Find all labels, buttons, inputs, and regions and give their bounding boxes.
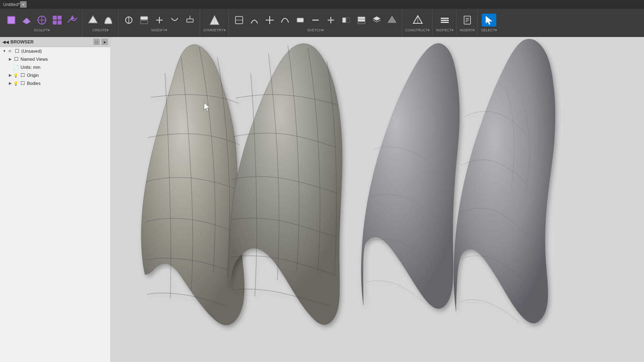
root-eye-icon[interactable]: 👁 <box>7 48 13 54</box>
modify-btn4[interactable] <box>167 14 182 27</box>
modify-label[interactable]: MODIFY▾ <box>151 28 167 32</box>
svg-rect-9 <box>58 21 62 25</box>
create-icon1 <box>87 14 99 26</box>
sketch-btn9[interactable] <box>354 14 369 27</box>
browser-expand-btn[interactable]: □ <box>93 39 100 45</box>
construct-btn[interactable] <box>411 14 425 27</box>
browser-title: BROWSER <box>10 39 33 44</box>
insert-icon <box>462 14 473 26</box>
sketch-arc-icon <box>249 14 260 26</box>
select-label[interactable]: SELECT▾ <box>481 28 497 32</box>
inspect-icon <box>439 14 450 26</box>
sketch-btn4[interactable] <box>278 14 292 27</box>
sketch-btn5[interactable] <box>293 14 308 27</box>
title-text: Untitled* <box>3 2 20 7</box>
insert-btn[interactable] <box>460 14 475 27</box>
svg-rect-35 <box>347 18 350 23</box>
root-expand-arrow[interactable]: ▼ <box>2 48 7 54</box>
svg-rect-1 <box>8 17 14 23</box>
sketch-plus-icon <box>325 14 336 26</box>
sketch-shape-icon <box>386 14 398 26</box>
browser-collapse-icon[interactable]: ◀◀ <box>2 40 9 44</box>
sculpt-box-icon <box>6 14 17 26</box>
sketch-minus-icon <box>310 14 321 26</box>
insert-label[interactable]: INSERT▾ <box>460 28 475 32</box>
units-label: Units: mm <box>21 65 41 70</box>
sketch-label[interactable]: SKETCH▾ <box>307 28 324 32</box>
svg-point-33 <box>330 19 332 21</box>
modify-icon5 <box>184 14 196 26</box>
origin-eye-icon[interactable]: 💡 <box>13 72 19 78</box>
toolbar: SCULPT▾ CREATE▾ <box>0 9 644 37</box>
symmetry-group: SYMMETRY▾ <box>201 10 229 36</box>
bodies-expand[interactable]: ▶ <box>7 80 13 86</box>
units-doc-icon: 📄 <box>13 64 19 70</box>
create-label[interactable]: CREATE▾ <box>93 28 109 32</box>
sketch-btn11[interactable] <box>385 14 399 27</box>
modify-btn1[interactable] <box>122 14 136 27</box>
sculpt-wave-icon <box>67 14 78 26</box>
sketch-group: SKETCH▾ <box>229 10 402 36</box>
root-folder-icon: ☐ <box>14 48 20 54</box>
symmetry-label[interactable]: SYMMETRY▾ <box>203 28 226 32</box>
close-button[interactable]: × <box>20 1 27 8</box>
sculpt-box-button[interactable] <box>4 14 19 27</box>
select-btn[interactable] <box>482 14 496 27</box>
units-item[interactable]: ▶ 📄 Units: mm <box>0 63 110 71</box>
modify-btn5[interactable] <box>183 14 197 27</box>
origin-item[interactable]: ▶ 💡 ☐ Origin <box>0 71 110 79</box>
sketch-btn6[interactable] <box>308 14 323 27</box>
viewport[interactable] <box>111 37 644 362</box>
inspect-label[interactable]: INSPECT▾ <box>436 28 454 32</box>
symmetry-icon <box>209 14 220 26</box>
create-btn1[interactable] <box>86 14 100 27</box>
symmetry-btn[interactable] <box>207 14 222 27</box>
svg-marker-2 <box>23 18 31 24</box>
sculpt-edit-icon <box>36 14 47 26</box>
sculpt-plane-button[interactable] <box>19 14 34 27</box>
browser-settings-btn[interactable]: ▸ <box>101 39 108 45</box>
svg-rect-45 <box>441 20 449 21</box>
close-icon: × <box>22 2 25 7</box>
create-btn2[interactable] <box>101 14 116 27</box>
browser-panel: ◀◀ BROWSER □ ▸ ▼ 👁 ☐ (Unsaved) ▶ ☐ Named… <box>0 37 111 362</box>
modify-btn2[interactable] <box>137 14 151 27</box>
svg-rect-8 <box>53 21 57 25</box>
svg-rect-44 <box>441 18 449 19</box>
svg-point-29 <box>313 19 315 21</box>
insert-group: INSERT▾ <box>457 10 478 36</box>
svg-marker-40 <box>388 16 396 23</box>
sketch-btn1[interactable] <box>232 14 246 27</box>
named-views-item[interactable]: ▶ ☐ Named Views <box>0 55 110 63</box>
sketch-btn8[interactable] <box>339 14 353 27</box>
sculpt-wave-button[interactable] <box>65 14 80 27</box>
sketch-cross-icon <box>264 14 275 26</box>
sculpt-label[interactable]: SCULPT▾ <box>34 28 50 32</box>
construct-icon <box>412 14 423 26</box>
bodies-folder-icon: ☐ <box>19 80 26 86</box>
sketch-btn3[interactable] <box>262 14 277 27</box>
bodies-item[interactable]: ▶ 💡 ☐ Bodies <box>0 79 110 87</box>
origin-label: Origin <box>27 73 39 78</box>
inspect-group: INSPECT▾ <box>433 10 456 36</box>
sketch-btn2[interactable] <box>247 14 262 27</box>
construct-label[interactable]: CONSTRUCT▾ <box>405 28 430 32</box>
sculpt-grid-button[interactable] <box>50 14 64 27</box>
create-icon2 <box>103 14 114 26</box>
bodies-eye-icon[interactable]: 💡 <box>13 80 19 86</box>
modify-icon3 <box>154 14 165 26</box>
sketch-btn10[interactable] <box>369 14 384 27</box>
sketch-create-icon <box>233 14 245 26</box>
named-views-folder-icon: ☐ <box>13 56 19 62</box>
sculpt-edit-button[interactable] <box>35 14 49 27</box>
sculpt-grid-icon <box>52 14 63 26</box>
browser-root-item[interactable]: ▼ 👁 ☐ (Unsaved) <box>0 47 110 55</box>
sketch-stack-icon <box>371 14 382 26</box>
sketch-btn7[interactable] <box>324 14 338 27</box>
named-views-expand[interactable]: ▶ <box>7 56 13 62</box>
origin-folder-icon: ☐ <box>19 72 26 78</box>
inspect-btn[interactable] <box>438 14 452 27</box>
modify-group: MODIFY▾ <box>119 10 200 36</box>
modify-btn3[interactable] <box>152 14 167 27</box>
origin-expand[interactable]: ▶ <box>7 72 13 78</box>
